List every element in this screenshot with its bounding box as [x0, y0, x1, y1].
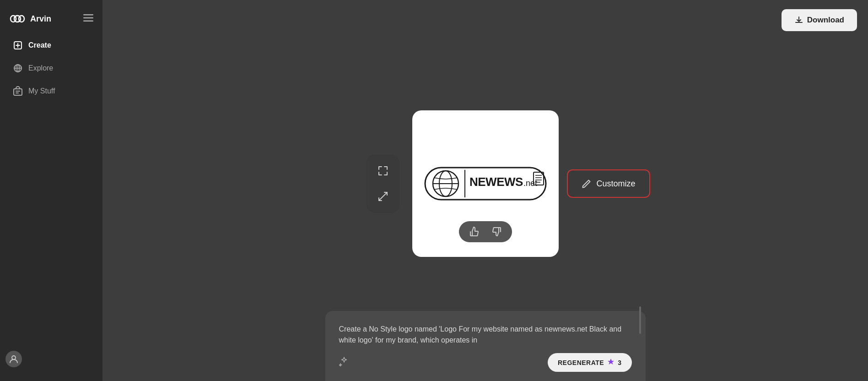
sidebar-item-explore[interactable]: Explore [5, 58, 97, 79]
create-label: Create [28, 41, 51, 49]
sidebar-item-my-stuff[interactable]: My Stuff [5, 81, 97, 102]
logo-area: Arvin [9, 14, 51, 24]
like-button[interactable] [469, 226, 481, 238]
sidebar-bottom [0, 346, 102, 372]
bottom-actions: REGENERATE 3 [339, 353, 632, 372]
header-bar: Download [771, 0, 868, 40]
svg-point-1 [19, 16, 24, 22]
logo-card: NEWEWS .net [412, 110, 559, 257]
magic-icon[interactable] [339, 356, 349, 369]
logo-svg-area: NEWEWS .net [424, 161, 547, 207]
regenerate-button[interactable]: REGENERATE 3 [548, 353, 632, 372]
main-content: Download [102, 0, 868, 381]
download-button[interactable]: Download [782, 9, 857, 31]
regenerate-label: REGENERATE [558, 359, 604, 366]
app-title: Arvin [30, 14, 51, 24]
svg-rect-2 [83, 14, 93, 16]
svg-rect-8 [14, 89, 22, 95]
feedback-bar [459, 221, 512, 242]
svg-rect-10 [16, 93, 19, 93]
svg-rect-3 [83, 17, 93, 18]
regenerate-count: 3 [618, 359, 621, 366]
customize-label: Customize [596, 179, 635, 189]
sidebar: Arvin Create [0, 0, 102, 381]
logo-preview-container: NEWEWS .net [412, 110, 559, 257]
svg-point-0 [11, 16, 16, 22]
bottom-panel: Create a No Style logo named 'Logo For m… [325, 311, 646, 381]
customize-button[interactable]: Customize [567, 169, 650, 198]
arvin-logo-icon [9, 14, 26, 24]
sidebar-item-create[interactable]: Create [5, 35, 97, 56]
svg-rect-4 [83, 20, 93, 22]
action-panel [367, 154, 399, 213]
download-icon [794, 16, 803, 25]
dislike-button[interactable] [490, 226, 502, 238]
download-label: Download [807, 16, 844, 25]
explore-label: Explore [28, 64, 53, 72]
svg-text:.net: .net [523, 179, 537, 188]
diamond-icon [608, 359, 614, 366]
expand-button[interactable] [372, 160, 394, 182]
scroll-indicator[interactable] [639, 306, 641, 334]
svg-text:NEWEWS: NEWEWS [469, 175, 523, 189]
svg-point-11 [12, 356, 16, 359]
user-avatar[interactable] [5, 351, 22, 367]
my-stuff-label: My Stuff [28, 87, 55, 95]
resize-button[interactable] [372, 185, 394, 207]
sidebar-nav: Create Explore My [0, 35, 102, 102]
prompt-text: Create a No Style logo named 'Logo For m… [339, 324, 632, 346]
create-icon [13, 40, 23, 50]
explore-icon [13, 63, 23, 73]
svg-rect-9 [16, 91, 20, 92]
sidebar-header: Arvin [0, 9, 102, 35]
my-stuff-icon [13, 86, 23, 96]
customize-icon [582, 179, 592, 189]
hamburger-icon[interactable] [83, 14, 93, 24]
